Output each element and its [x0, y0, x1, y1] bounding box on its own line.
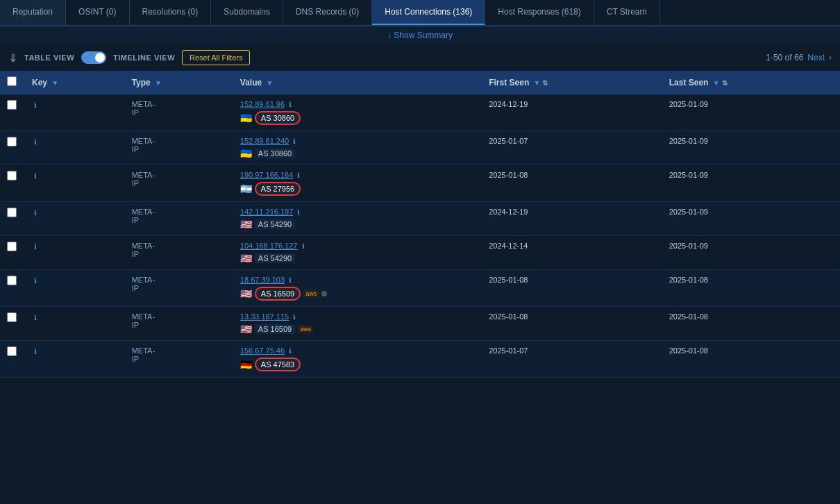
- ip-link[interactable]: 190.97.166.164: [240, 171, 293, 179]
- row-first-seen: 2025-01-08: [482, 165, 662, 202]
- type-badge: META-IP: [132, 242, 155, 258]
- tab-reputation[interactable]: Reputation: [0, 0, 66, 25]
- info-icon[interactable]: ℹ: [34, 101, 37, 109]
- table-row: ℹMETA-IP 156.67.75.46 ℹ 🇩🇪 AS 47583 2025…: [0, 341, 840, 378]
- country-flag: 🇺🇸: [240, 253, 252, 264]
- first-seen-sort-icon[interactable]: ⇅: [542, 79, 548, 87]
- type-filter-icon[interactable]: ▼: [155, 79, 162, 87]
- as-badge[interactable]: AS 54290: [255, 219, 295, 229]
- row-checkbox-cell: [0, 341, 25, 378]
- row-checkbox[interactable]: [7, 137, 17, 146]
- info-icon[interactable]: ℹ: [34, 277, 37, 285]
- ip-info-icon[interactable]: ℹ: [289, 101, 292, 108]
- next-button[interactable]: Next: [807, 53, 825, 62]
- ip-info-icon[interactable]: ℹ: [297, 171, 300, 179]
- tab-dns-records--0-[interactable]: DNS Records (0): [283, 0, 372, 25]
- ip-info-icon[interactable]: ℹ: [293, 137, 296, 145]
- chevron-right-icon[interactable]: ›: [829, 53, 832, 62]
- reset-filters-button[interactable]: Reset All Filters: [182, 50, 250, 65]
- header-first-seen: First Seen ▼⇅: [482, 71, 662, 94]
- row-checkbox[interactable]: [7, 346, 17, 356]
- view-toggle[interactable]: [81, 51, 106, 64]
- tab-resolutions--0-[interactable]: Resolutions (0): [130, 0, 212, 25]
- row-checkbox-cell: [0, 270, 25, 307]
- tab-host-responses--618-[interactable]: Host Responses (618): [485, 0, 594, 25]
- row-key: ℹ: [25, 270, 125, 307]
- ip-info-icon[interactable]: ℹ: [293, 313, 296, 321]
- as-badge[interactable]: AS 30860: [255, 111, 301, 125]
- row-key: ℹ: [25, 131, 125, 165]
- ip-link[interactable]: 18.67.39.103: [240, 276, 285, 284]
- ip-link[interactable]: 152.89.61.96: [240, 100, 285, 108]
- row-value: 156.67.75.46 ℹ 🇩🇪 AS 47583: [233, 341, 482, 378]
- row-checkbox[interactable]: [7, 208, 17, 217]
- ip-link[interactable]: 104.168.176.127: [240, 242, 298, 250]
- row-last-seen: 2025-01-09: [662, 236, 840, 270]
- as-badge[interactable]: AS 30860: [255, 149, 295, 158]
- table-row: ℹMETA-IP 152.89.61.240 ℹ 🇺🇦 AS 30860 202…: [0, 131, 840, 165]
- tab-host-connections--136-[interactable]: Host Connections (136): [372, 0, 485, 25]
- toggle-switch[interactable]: [81, 51, 106, 64]
- ip-info-icon[interactable]: ℹ: [289, 347, 292, 355]
- ip-link[interactable]: 142.11.216.197: [240, 208, 293, 216]
- row-checkbox[interactable]: [7, 276, 17, 285]
- info-icon[interactable]: ℹ: [34, 138, 37, 146]
- row-key: ℹ: [25, 307, 125, 341]
- show-summary-bar[interactable]: ↓ Show Summary: [0, 26, 840, 44]
- info-icon[interactable]: ℹ: [34, 314, 37, 321]
- type-badge: META-IP: [132, 137, 155, 153]
- table-row: ℹMETA-IP 104.168.176.127 ℹ 🇺🇸 AS 54290 2…: [0, 236, 840, 270]
- as-badge[interactable]: AS 47583: [255, 358, 301, 371]
- row-checkbox[interactable]: [7, 242, 17, 251]
- timeline-view-label: TIMELINE VIEW: [113, 53, 175, 62]
- tab-ct-stream[interactable]: CT Stream: [594, 0, 660, 25]
- row-checkbox[interactable]: [7, 312, 17, 322]
- info-icon[interactable]: ℹ: [34, 243, 37, 251]
- row-key: ℹ: [25, 341, 125, 378]
- select-all-checkbox[interactable]: [7, 76, 17, 86]
- header-key: Key ▼: [25, 71, 125, 94]
- last-seen-sort-icon[interactable]: ⇅: [722, 79, 728, 87]
- row-key: ℹ: [25, 236, 125, 270]
- as-badge[interactable]: AS 27956: [255, 182, 301, 196]
- country-flag: 🇦🇷: [240, 183, 252, 194]
- row-last-seen: 2025-01-08: [662, 341, 840, 378]
- row-first-seen: 2024-12-19: [482, 202, 662, 236]
- tab-subdomains[interactable]: Subdomains: [211, 0, 283, 25]
- ip-link[interactable]: 152.89.61.240: [240, 137, 289, 145]
- info-icon[interactable]: ℹ: [34, 172, 37, 180]
- info-icon[interactable]: ℹ: [34, 348, 37, 355]
- row-checkbox-cell: [0, 165, 25, 202]
- table-view-label: TABLE VIEW: [24, 53, 74, 62]
- ip-info-icon[interactable]: ℹ: [302, 242, 305, 250]
- row-first-seen: 2025-01-08: [482, 270, 662, 307]
- key-filter-icon[interactable]: ▼: [51, 79, 58, 87]
- table-wrap: Key ▼ Type ▼ Value ▼ First Seen ▼⇅ Last …: [0, 71, 840, 378]
- first-seen-filter-icon[interactable]: ▼: [534, 79, 541, 87]
- as-badge[interactable]: AS 16509: [255, 324, 295, 334]
- country-flag: 🇺🇸: [240, 324, 252, 335]
- info-icon[interactable]: ℹ: [34, 209, 37, 217]
- row-value: 190.97.166.164 ℹ 🇦🇷 AS 27956: [233, 165, 482, 202]
- as-badge[interactable]: AS 54290: [255, 253, 295, 263]
- download-icon[interactable]: ⇓: [8, 51, 17, 65]
- row-checkbox[interactable]: [7, 100, 17, 110]
- ip-link[interactable]: 156.67.75.46: [240, 346, 285, 355]
- country-flag: 🇺🇸: [240, 219, 252, 230]
- last-seen-filter-icon[interactable]: ▼: [713, 79, 720, 87]
- ip-info-icon[interactable]: ℹ: [289, 276, 292, 284]
- row-checkbox-cell: [0, 307, 25, 341]
- country-flag: 🇺🇦: [240, 112, 252, 124]
- row-last-seen: 2025-01-09: [662, 131, 840, 165]
- ip-info-icon[interactable]: ℹ: [297, 208, 300, 216]
- pagination: 1-50 of 66 Next ›: [766, 53, 832, 62]
- row-type: META-IP: [125, 165, 233, 202]
- tab-osint--0-[interactable]: OSINT (0): [66, 0, 129, 25]
- table-row: ℹMETA-IP 190.97.166.164 ℹ 🇦🇷 AS 27956 20…: [0, 165, 840, 202]
- row-value: 18.67.39.103 ℹ 🇺🇸 AS 16509 aws: [233, 270, 482, 307]
- value-filter-icon[interactable]: ▼: [267, 79, 274, 87]
- dot-icon: [321, 291, 327, 296]
- ip-link[interactable]: 13.33.187.115: [240, 312, 289, 321]
- as-badge[interactable]: AS 16509: [255, 287, 301, 301]
- row-checkbox[interactable]: [7, 171, 17, 180]
